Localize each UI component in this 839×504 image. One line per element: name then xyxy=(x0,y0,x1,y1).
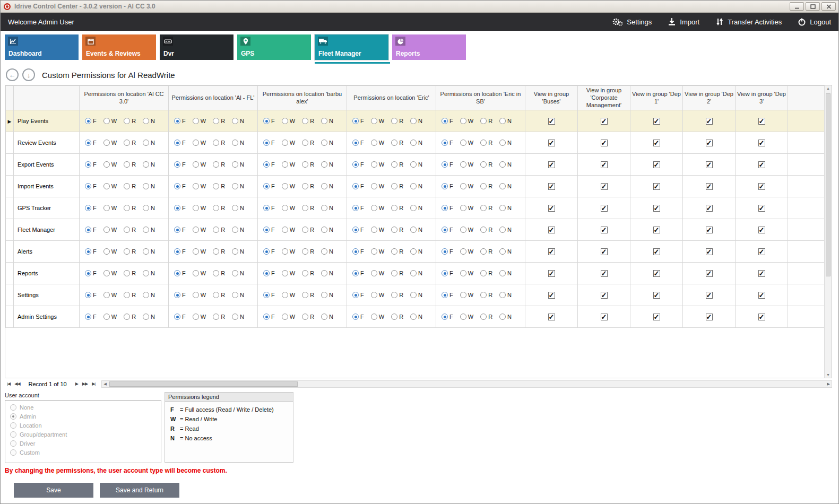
permission-radio-f[interactable]: F xyxy=(442,227,453,233)
permission-radio-f[interactable]: F xyxy=(442,248,453,255)
permission-radio-n[interactable]: N xyxy=(321,270,333,276)
group-view-checkbox[interactable]: ✓ xyxy=(706,183,713,190)
last-record-button[interactable]: ▶| xyxy=(90,381,97,386)
group-view-checkbox[interactable]: ✓ xyxy=(653,227,660,233)
table-row[interactable]: GPS TrackerFWRNFWRNFWRNFWRNFWRN✓✓✓✓✓ xyxy=(6,197,826,219)
permission-radio-f[interactable]: F xyxy=(174,248,186,255)
permission-radio-w[interactable]: W xyxy=(282,227,295,233)
permission-radio-w[interactable]: W xyxy=(103,118,117,124)
permission-radio-n[interactable]: N xyxy=(410,270,422,276)
permission-radio-w[interactable]: W xyxy=(282,205,295,211)
permission-radio-n[interactable]: N xyxy=(143,270,155,276)
permission-radio-w[interactable]: W xyxy=(371,314,384,320)
permission-radio-n[interactable]: N xyxy=(499,292,512,298)
permission-radio-f[interactable]: F xyxy=(263,118,275,124)
save-button[interactable]: Save xyxy=(14,483,93,498)
group-view-checkbox[interactable]: ✓ xyxy=(548,248,555,255)
permission-radio-r[interactable]: R xyxy=(480,205,492,211)
group-view-checkbox[interactable]: ✓ xyxy=(601,140,608,146)
row-selector-cell[interactable] xyxy=(6,132,14,154)
next-record-button[interactable]: ▶ xyxy=(73,381,80,386)
permission-radio-f[interactable]: F xyxy=(352,270,364,276)
group-view-checkbox[interactable]: ✓ xyxy=(548,314,555,320)
topbar-action-import[interactable]: Import xyxy=(668,18,699,26)
permission-radio-n[interactable]: N xyxy=(410,161,422,168)
group-view-checkbox[interactable]: ✓ xyxy=(601,183,608,190)
group-view-checkbox[interactable]: ✓ xyxy=(548,270,555,277)
group-view-checkbox[interactable]: ✓ xyxy=(653,161,660,168)
permission-radio-f[interactable]: F xyxy=(85,118,97,124)
permission-radio-n[interactable]: N xyxy=(410,118,422,124)
permission-radio-w[interactable]: W xyxy=(103,161,117,168)
permission-radio-r[interactable]: R xyxy=(480,118,492,124)
permission-radio-f[interactable]: F xyxy=(174,161,186,168)
column-header[interactable]: Permissions on location 'barbu alex' xyxy=(258,86,347,110)
table-row[interactable]: Export EventsFWRNFWRNFWRNFWRNFWRN✓✓✓✓✓ xyxy=(6,154,826,176)
row-selector-cell[interactable] xyxy=(6,306,14,328)
permission-radio-w[interactable]: W xyxy=(371,118,384,124)
permission-radio-r[interactable]: R xyxy=(480,161,492,168)
permission-radio-f[interactable]: F xyxy=(263,292,275,298)
permission-radio-f[interactable]: F xyxy=(85,161,97,168)
horizontal-scrollbar[interactable]: ◀ ▶ xyxy=(101,380,832,388)
permission-radio-w[interactable]: W xyxy=(282,248,295,255)
permission-radio-n[interactable]: N xyxy=(143,161,155,168)
permission-radio-n[interactable]: N xyxy=(321,140,333,146)
permission-radio-n[interactable]: N xyxy=(499,270,512,276)
group-view-checkbox[interactable]: ✓ xyxy=(758,118,765,125)
permission-radio-n[interactable]: N xyxy=(143,248,155,255)
permission-radio-f[interactable]: F xyxy=(352,118,364,124)
permission-radio-f[interactable]: F xyxy=(174,183,186,189)
group-view-checkbox[interactable]: ✓ xyxy=(706,270,713,277)
tab-gps[interactable]: GPS xyxy=(237,34,311,60)
group-view-checkbox[interactable]: ✓ xyxy=(758,314,765,320)
permission-radio-n[interactable]: N xyxy=(143,140,155,146)
permission-radio-w[interactable]: W xyxy=(371,161,384,168)
minimize-button[interactable] xyxy=(790,2,804,11)
permission-radio-w[interactable]: W xyxy=(282,118,295,124)
permission-radio-r[interactable]: R xyxy=(213,314,225,320)
permission-radio-w[interactable]: W xyxy=(460,183,473,189)
permission-radio-r[interactable]: R xyxy=(480,183,492,189)
permission-radio-f[interactable]: F xyxy=(85,270,97,276)
permission-radio-r[interactable]: R xyxy=(302,161,314,168)
permission-radio-f[interactable]: F xyxy=(442,140,453,146)
permission-radio-r[interactable]: R xyxy=(302,118,314,124)
permission-radio-f[interactable]: F xyxy=(442,183,453,189)
permission-radio-n[interactable]: N xyxy=(410,292,422,298)
back-button[interactable]: ← xyxy=(6,68,19,81)
first-record-button[interactable]: |◀ xyxy=(5,381,12,386)
permission-radio-n[interactable]: N xyxy=(143,314,155,320)
permission-radio-w[interactable]: W xyxy=(371,183,384,189)
vertical-scrollbar-thumb[interactable] xyxy=(826,93,831,276)
permission-radio-n[interactable]: N xyxy=(321,227,333,233)
row-selector-cell[interactable] xyxy=(6,176,14,197)
permission-radio-f[interactable]: F xyxy=(85,227,97,233)
permission-radio-w[interactable]: W xyxy=(103,314,117,320)
permission-radio-f[interactable]: F xyxy=(263,183,275,189)
group-view-checkbox[interactable]: ✓ xyxy=(758,161,765,168)
permission-radio-n[interactable]: N xyxy=(499,183,512,189)
close-button[interactable] xyxy=(821,2,836,11)
permission-radio-w[interactable]: W xyxy=(193,140,206,146)
permission-radio-r[interactable]: R xyxy=(124,118,136,124)
permission-radio-r[interactable]: R xyxy=(391,183,403,189)
row-selector-cell[interactable] xyxy=(6,284,14,306)
permission-radio-n[interactable]: N xyxy=(321,248,333,255)
permission-radio-r[interactable]: R xyxy=(480,270,492,276)
column-header[interactable]: View in group 'Dep 2' xyxy=(683,86,736,110)
group-view-checkbox[interactable]: ✓ xyxy=(548,227,555,233)
permission-radio-f[interactable]: F xyxy=(263,140,275,146)
permission-radio-w[interactable]: W xyxy=(193,118,206,124)
permission-radio-f[interactable]: F xyxy=(263,227,275,233)
group-view-checkbox[interactable]: ✓ xyxy=(653,183,660,190)
group-view-checkbox[interactable]: ✓ xyxy=(653,314,660,320)
group-view-checkbox[interactable]: ✓ xyxy=(653,248,660,255)
permission-radio-w[interactable]: W xyxy=(460,227,473,233)
permission-radio-r[interactable]: R xyxy=(391,248,403,255)
group-view-checkbox[interactable]: ✓ xyxy=(653,270,660,277)
permission-radio-w[interactable]: W xyxy=(460,248,473,255)
tab-dashboard[interactable]: Dashboard xyxy=(5,34,79,60)
permission-radio-r[interactable]: R xyxy=(213,183,225,189)
permission-radio-f[interactable]: F xyxy=(442,270,453,276)
